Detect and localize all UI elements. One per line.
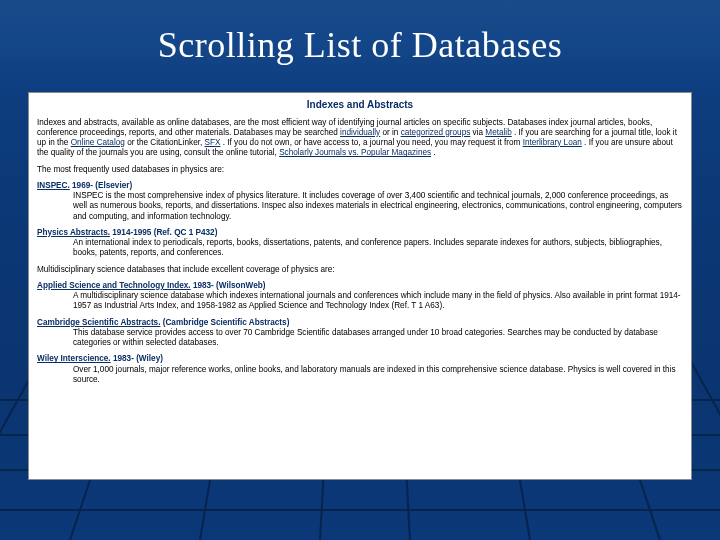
intro-text: via <box>473 128 486 137</box>
section-lead: Multidisciplinary science databases that… <box>37 265 683 275</box>
link-interlibrary-loan[interactable]: Interlibrary Loan <box>523 138 582 147</box>
database-entry: INSPEC. 1969- (Elsevier) INSPEC is the m… <box>37 181 683 222</box>
database-entry: Physics Abstracts. 1914-1995 (Ref. QC 1 … <box>37 228 683 259</box>
db-link-cambridge[interactable]: Cambridge Scientific Abstracts. <box>37 318 160 327</box>
intro-text: or the CitationLinker, <box>127 138 204 147</box>
db-meta: (Cambridge Scientific Abstracts) <box>160 318 289 327</box>
db-description: INSPEC is the most comprehensive index o… <box>59 191 683 222</box>
panel-heading: Indexes and Abstracts <box>37 99 683 112</box>
db-description: Over 1,000 journals, major reference wor… <box>59 365 683 386</box>
db-meta: 1969- (Elsevier) <box>70 181 132 190</box>
database-entry: Cambridge Scientific Abstracts. (Cambrid… <box>37 318 683 349</box>
db-link-applied-science[interactable]: Applied Science and Technology Index. <box>37 281 191 290</box>
intro-paragraph: Indexes and abstracts, available as onli… <box>37 118 683 159</box>
db-link-physics-abstracts[interactable]: Physics Abstracts. <box>37 228 110 237</box>
intro-text: or in <box>382 128 400 137</box>
svg-line-11 <box>690 360 720 540</box>
intro-text: . <box>433 148 435 157</box>
database-entry: Wiley Interscience. 1983- (Wiley) Over 1… <box>37 354 683 385</box>
slide: Scrolling List of Databases Indexes and … <box>0 0 720 540</box>
link-sfx[interactable]: SFX <box>205 138 221 147</box>
database-entry: Applied Science and Technology Index. 19… <box>37 281 683 312</box>
link-scholarly-journals[interactable]: Scholarly Journals vs. Popular Magazines <box>279 148 431 157</box>
db-meta: 1983- (Wiley) <box>111 354 163 363</box>
db-meta: 1983- (WilsonWeb) <box>191 281 266 290</box>
link-individually[interactable]: individually <box>340 128 380 137</box>
db-link-wiley[interactable]: Wiley Interscience. <box>37 354 111 363</box>
db-description: An international index to periodicals, r… <box>59 238 683 259</box>
slide-title: Scrolling List of Databases <box>0 0 720 66</box>
db-link-inspec[interactable]: INSPEC. <box>37 181 70 190</box>
db-description: This database service provides access to… <box>59 328 683 349</box>
link-online-catalog[interactable]: Online Catalog <box>71 138 125 147</box>
db-meta: 1914-1995 (Ref. QC 1 P432) <box>110 228 217 237</box>
link-categorized-groups[interactable]: categorized groups <box>401 128 471 137</box>
section-lead: The most frequently used databases in ph… <box>37 165 683 175</box>
db-description: A multidisciplinary science database whi… <box>59 291 683 312</box>
content-panel: Indexes and Abstracts Indexes and abstra… <box>28 92 692 480</box>
link-metalib[interactable]: Metalib <box>485 128 511 137</box>
intro-text: . If you do not own, or have access to, … <box>223 138 523 147</box>
